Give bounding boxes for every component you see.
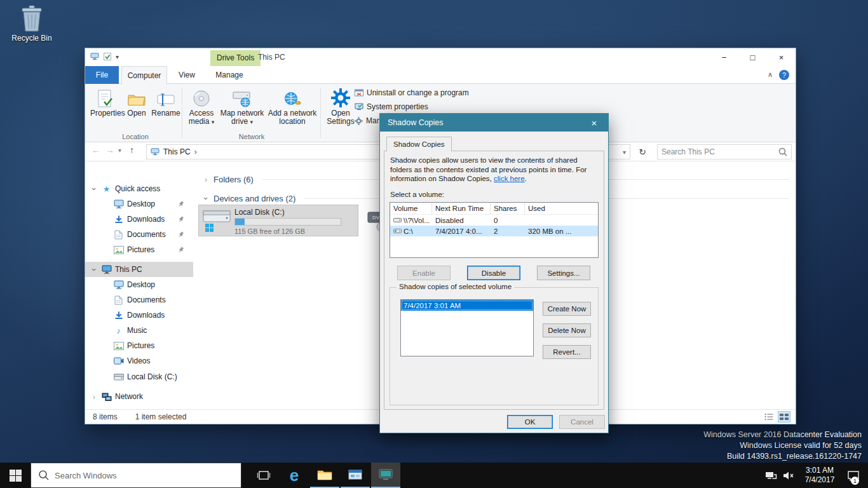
group-label-network: Network — [186, 133, 318, 140]
sidebar-item-desktop[interactable]: Desktop — [85, 196, 193, 212]
create-now-button[interactable]: Create Now — [543, 302, 591, 316]
group-label: Shadow copies of selected volume — [397, 283, 514, 290]
collapse-ribbon-icon[interactable]: ∧ — [768, 71, 773, 79]
edge-button[interactable]: e — [280, 463, 309, 488]
sidebar-item-pc-downloads[interactable]: Downloads — [85, 308, 193, 323]
volume-tray-icon[interactable] — [780, 463, 797, 488]
sidebar-item-pc-pictures[interactable]: Pictures — [85, 338, 193, 353]
open-button[interactable]: Open — [123, 86, 150, 118]
dropdown-icon: ▾ — [250, 119, 253, 125]
ok-button[interactable]: OK — [507, 415, 553, 429]
this-pc-icon — [151, 148, 159, 156]
column-header-next-run-time[interactable]: Next Run Time — [432, 203, 491, 214]
enable-button[interactable]: Enable — [397, 266, 451, 280]
sidebar-item-downloads[interactable]: Downloads — [85, 212, 193, 227]
add-network-location-button[interactable]: Add a network location — [267, 86, 318, 126]
details-view-button[interactable] — [763, 411, 775, 423]
volume-row[interactable]: \\?\Vol... Disabled 0 — [390, 215, 598, 226]
dialog-close-button[interactable]: × — [580, 114, 608, 132]
recent-locations-icon[interactable]: ▾ — [118, 147, 121, 154]
properties-quick-icon[interactable] — [104, 53, 111, 60]
breadcrumb-root[interactable]: This PC — [163, 147, 191, 156]
tab-shadow-copies[interactable]: Shadow Copies — [386, 137, 452, 151]
sidebar-item-quick-access[interactable]: › ★ Quick access — [85, 181, 193, 196]
system-properties-button[interactable]: System properties — [355, 100, 428, 113]
sidebar-item-this-pc[interactable]: › This PC — [85, 262, 193, 277]
tab-computer[interactable]: Computer — [121, 66, 167, 85]
server-manager-button[interactable] — [341, 463, 370, 488]
uninstall-program-button[interactable]: Uninstall or change a program — [355, 86, 469, 99]
sidebar-item-documents[interactable]: Documents — [85, 227, 193, 242]
rename-button[interactable]: Rename — [151, 86, 180, 118]
tab-view[interactable]: View — [172, 66, 201, 84]
expand-chevron-icon[interactable]: › — [90, 185, 99, 193]
tab-file[interactable]: File — [85, 66, 119, 84]
qat-customize-icon[interactable]: ▾ — [116, 53, 119, 60]
dialog-titlebar[interactable]: Shadow Copies × — [380, 114, 608, 132]
column-header-used[interactable]: Used — [525, 203, 598, 214]
maximize-button[interactable]: □ — [738, 48, 767, 66]
breadcrumb-chevron-icon[interactable]: › — [194, 147, 197, 156]
collapsed-chevron-icon[interactable]: › — [90, 392, 98, 402]
system-properties-icon — [355, 103, 363, 111]
local-disk-tile[interactable]: Local Disk (C:) 115 GB free of 126 GB — [198, 205, 358, 236]
minimize-button[interactable]: − — [710, 48, 738, 66]
sidebar-item-videos[interactable]: Videos — [85, 353, 193, 369]
search-icon[interactable] — [778, 147, 787, 156]
recycle-bin[interactable]: Recycle Bin — [9, 5, 55, 43]
delete-now-button[interactable]: Delete Now — [543, 323, 591, 337]
this-pc-icon[interactable] — [90, 53, 99, 60]
forward-icon[interactable]: → — [105, 145, 114, 155]
manage-button[interactable]: Man — [355, 114, 381, 127]
globe-icon — [267, 86, 318, 107]
taskbar-search[interactable] — [31, 463, 241, 488]
close-button[interactable]: × — [767, 48, 796, 66]
sidebar-item-music[interactable]: ♪ Music — [85, 323, 193, 338]
up-icon[interactable]: ↑ — [130, 145, 134, 155]
map-network-drive-button[interactable]: Map network drive ▾ — [220, 86, 264, 126]
task-view-icon — [257, 470, 271, 481]
network-tray-icon[interactable] — [763, 463, 779, 488]
sidebar-item-pictures[interactable]: Pictures — [85, 242, 193, 257]
cancel-button[interactable]: Cancel — [559, 415, 605, 429]
search-input[interactable] — [658, 145, 778, 159]
downloads-icon — [113, 215, 124, 224]
back-icon[interactable]: ← — [92, 145, 100, 155]
tab-manage[interactable]: Manage — [210, 66, 248, 84]
shadow-copy-list[interactable]: 7/4/2017 3:01 AM — [400, 299, 534, 356]
taskbar-clock[interactable]: 3:01 AM 7/4/2017 — [799, 466, 840, 485]
sidebar-item-pc-documents[interactable]: Documents — [85, 292, 193, 308]
sidebar-item-network[interactable]: › Network — [85, 389, 193, 404]
column-header-volume[interactable]: Volume — [390, 203, 432, 214]
group-label-location: Location — [90, 133, 180, 140]
revert-button[interactable]: Revert... — [543, 345, 591, 359]
thumbnail-view-button[interactable] — [778, 411, 790, 423]
volume-row-selected[interactable]: C:\ 7/4/2017 4:0... 2 320 MB on ... — [390, 226, 598, 236]
disable-button[interactable]: Disable — [467, 266, 520, 280]
taskbar-search-input[interactable] — [55, 463, 241, 487]
windows-logo-icon — [10, 470, 22, 482]
task-view-button[interactable] — [249, 463, 278, 488]
downloads-icon — [113, 311, 124, 320]
help-icon[interactable]: ? — [779, 70, 789, 80]
column-header-shares[interactable]: Shares — [491, 203, 525, 214]
action-center-button[interactable]: 1 — [844, 463, 863, 488]
file-explorer-button[interactable] — [310, 463, 339, 488]
expand-chevron-icon[interactable]: › — [201, 194, 211, 202]
sidebar-item-pc-desktop[interactable]: Desktop — [85, 277, 193, 292]
start-button[interactable] — [0, 463, 31, 488]
computer-management-button[interactable] — [371, 463, 400, 488]
shadow-copy-item[interactable]: 7/4/2017 3:01 AM — [401, 300, 533, 311]
properties-button[interactable]: Properties — [90, 86, 121, 118]
address-dropdown-icon[interactable]: ▾ — [623, 149, 626, 156]
collapsed-chevron-icon[interactable]: › — [202, 175, 210, 184]
notification-badge: 1 — [851, 477, 859, 485]
open-settings-button[interactable]: Open Settings — [324, 86, 357, 126]
settings-button[interactable]: Settings... — [537, 266, 590, 280]
refresh-icon[interactable]: ↻ — [633, 144, 652, 159]
sidebar-item-local-disk[interactable]: Local Disk (C:) — [85, 369, 193, 384]
document-icon — [113, 230, 124, 240]
access-media-button[interactable]: Access media ▾ — [186, 86, 217, 126]
click-here-link[interactable]: click here — [494, 175, 525, 182]
expand-chevron-icon[interactable]: › — [90, 266, 99, 273]
